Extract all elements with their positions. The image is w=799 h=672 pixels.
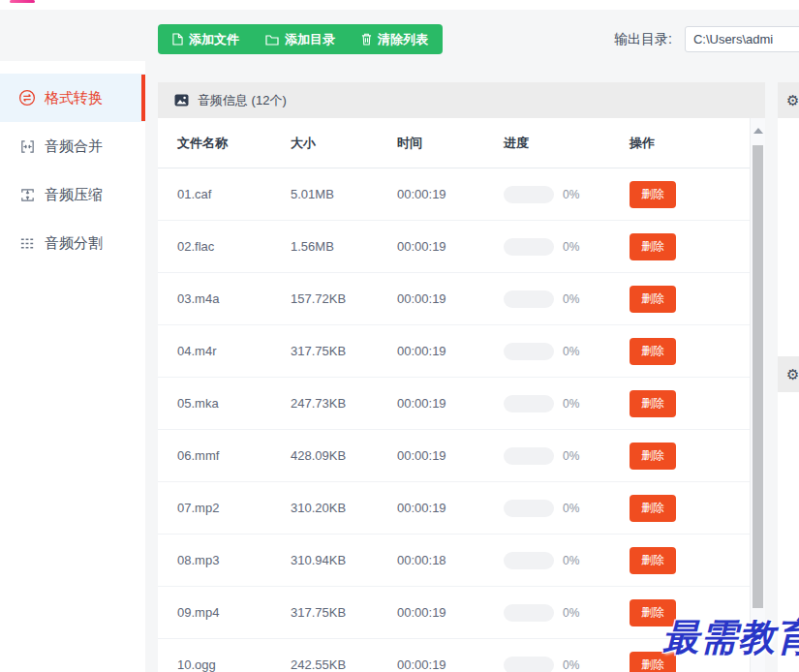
file-name-cell: 04.m4r (158, 325, 271, 377)
sidebar-item-audio-compress[interactable]: 音频压缩 (0, 170, 145, 219)
file-time-cell: 00:00:18 (378, 535, 484, 586)
sidebar-item-audio-merge[interactable]: 音频合并 (0, 122, 145, 170)
progress-cell: 0% (484, 325, 610, 377)
file-size-cell: 310.20KB (271, 482, 378, 534)
progress-percent: 0% (563, 292, 579, 306)
table-row: 04.m4r 317.75KB 00:00:19 0% 删除 (158, 325, 765, 378)
delete-button[interactable]: 删除 (630, 495, 676, 522)
file-size-cell: 428.09KB (271, 430, 378, 481)
action-cell: 删除 (610, 378, 765, 429)
progress-cell: 0% (484, 587, 610, 638)
file-size-cell: 247.73KB (271, 378, 378, 429)
table-row: 01.caf 5.01MB 00:00:19 0% 删除 (158, 168, 765, 221)
progress-bar (504, 604, 554, 622)
gear-icon[interactable]: ⚙ (786, 93, 799, 107)
file-name-cell: 05.mka (158, 378, 271, 429)
table-row: 07.mp2 310.20KB 00:00:19 0% 删除 (158, 482, 765, 535)
delete-button[interactable]: 删除 (630, 286, 676, 313)
progress-percent: 0% (563, 658, 579, 672)
add-file-button[interactable]: 添加文件 (172, 31, 239, 48)
file-name-cell: 02.flac (158, 221, 271, 272)
add-directory-button[interactable]: 添加目录 (265, 31, 335, 48)
col-progress: 进度 (484, 118, 610, 168)
table-row: 02.flac 1.56MB 00:00:19 0% 删除 (158, 221, 765, 273)
file-name-cell: 03.m4a (158, 273, 271, 324)
table-row: 06.mmf 428.09KB 00:00:19 0% 删除 (158, 430, 765, 482)
sidebar: 格式转换 音频合并 音频压缩 音频分割 (0, 61, 145, 672)
progress-cell: 0% (484, 482, 610, 534)
action-cell: 删除 (610, 639, 765, 672)
output-directory-input[interactable] (685, 26, 799, 52)
col-file-name: 文件名称 (158, 118, 271, 168)
delete-button[interactable]: 删除 (630, 181, 676, 208)
sidebar-item-label: 音频压缩 (45, 186, 103, 204)
file-size-cell: 5.01MB (271, 168, 378, 220)
progress-percent: 0% (563, 449, 579, 463)
settings-panel-header-1: ⚙ (778, 82, 799, 118)
table-row: 10.ogg 242.55KB 00:00:19 0% 删除 (158, 639, 765, 672)
progress-bar (504, 343, 554, 360)
progress-bar (504, 186, 554, 203)
gear-icon[interactable]: ⚙ (786, 367, 799, 382)
logo-fragment (10, 0, 35, 3)
progress-cell: 0% (484, 168, 610, 220)
clear-list-label: 清除列表 (378, 31, 428, 48)
action-cell: 删除 (610, 587, 765, 638)
audio-info-icon (174, 93, 189, 107)
delete-button[interactable]: 删除 (630, 443, 676, 470)
table-row: 09.mp4 317.75KB 00:00:19 0% 删除 (158, 587, 765, 639)
clear-list-button[interactable]: 清除列表 (361, 31, 428, 48)
file-time-cell: 00:00:19 (378, 430, 484, 481)
progress-cell: 0% (484, 535, 610, 586)
progress-bar (504, 500, 554, 517)
progress-cell: 0% (484, 273, 610, 324)
scrollbar-thumb[interactable] (753, 145, 763, 608)
progress-bar (504, 395, 554, 412)
file-size-cell: 310.94KB (271, 535, 378, 586)
progress-cell: 0% (484, 639, 610, 672)
progress-bar (504, 238, 554, 256)
file-name-cell: 10.ogg (158, 639, 271, 672)
action-cell: 删除 (610, 325, 765, 377)
file-time-cell: 00:00:19 (378, 587, 484, 638)
merge-icon (18, 137, 36, 155)
delete-button[interactable]: 删除 (630, 233, 676, 260)
file-name-cell: 06.mmf (158, 430, 271, 481)
progress-bar (504, 447, 554, 465)
table-header-row: 文件名称 大小 时间 进度 操作 (158, 118, 765, 168)
action-cell: 删除 (610, 482, 765, 534)
split-icon (18, 234, 36, 252)
file-time-cell: 00:00:19 (378, 273, 484, 324)
delete-button[interactable]: 删除 (630, 547, 676, 574)
file-time-cell: 00:00:19 (378, 325, 484, 377)
file-size-cell: 157.72KB (271, 273, 378, 324)
progress-bar (504, 657, 554, 672)
sidebar-item-audio-split[interactable]: 音频分割 (0, 219, 145, 267)
file-size-cell: 1.56MB (271, 221, 378, 272)
progress-cell: 0% (484, 430, 610, 481)
col-size: 大小 (271, 118, 378, 168)
action-cell: 删除 (610, 273, 765, 324)
sidebar-item-format-convert[interactable]: 格式转换 (0, 74, 145, 122)
panel-title: 音频信息 (12个) (198, 92, 287, 109)
table-row: 03.m4a 157.72KB 00:00:19 0% 删除 (158, 273, 765, 325)
delete-button[interactable]: 删除 (630, 652, 676, 672)
settings-panel: ⚙ ⚙ (778, 82, 799, 672)
delete-button[interactable]: 删除 (630, 338, 676, 365)
table-scrollbar[interactable] (750, 118, 765, 672)
scroll-up-icon[interactable] (753, 128, 763, 134)
output-directory-group: 输出目录: (614, 26, 799, 52)
action-cell: 删除 (610, 221, 765, 272)
file-time-cell: 00:00:19 (378, 221, 484, 272)
output-directory-label: 输出目录: (614, 31, 672, 48)
delete-button[interactable]: 删除 (630, 390, 676, 417)
progress-percent: 0% (563, 397, 579, 411)
file-add-icon (172, 33, 183, 46)
action-cell: 删除 (610, 168, 765, 220)
sidebar-item-label: 音频分割 (45, 234, 103, 253)
compress-icon (18, 186, 36, 203)
progress-bar (504, 290, 554, 308)
col-action: 操作 (610, 118, 765, 168)
file-time-cell: 00:00:19 (378, 378, 484, 429)
delete-button[interactable]: 删除 (630, 599, 676, 626)
